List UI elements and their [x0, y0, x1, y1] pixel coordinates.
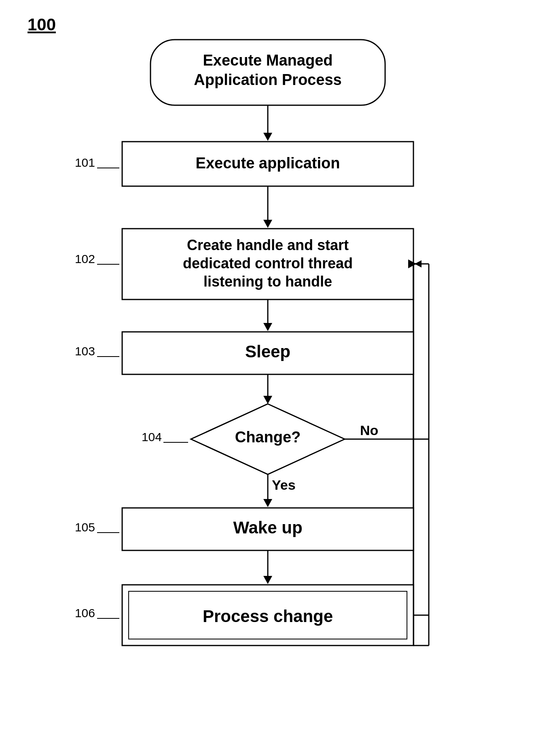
label-105: Wake up [233, 518, 302, 537]
label-103: Sleep [245, 342, 290, 361]
label-101: Execute application [196, 155, 340, 172]
label-104: Change? [235, 429, 301, 446]
step-num-103: 103 [75, 344, 95, 358]
diagram-title: 100 [28, 15, 56, 34]
label-yes: Yes [272, 477, 296, 493]
step-num-105: 105 [75, 520, 95, 534]
step-num-104: 104 [142, 430, 162, 444]
diagram-container: 100 Execute Managed Application Process … [0, 0, 536, 756]
label-102-line2: dedicated control thread [183, 255, 353, 272]
label-102-line3: listening to handle [203, 273, 332, 290]
step-num-101: 101 [75, 156, 95, 169]
label-106: Process change [203, 607, 333, 626]
step-num-106: 106 [75, 606, 95, 620]
start-label-line2: Application Process [194, 71, 341, 88]
label-102-line1: Create handle and start [187, 237, 349, 253]
step-num-102: 102 [75, 252, 95, 265]
label-no: No [360, 423, 378, 438]
flowchart-svg: 100 Execute Managed Application Process … [0, 0, 536, 756]
start-label-line1: Execute Managed [203, 52, 333, 69]
